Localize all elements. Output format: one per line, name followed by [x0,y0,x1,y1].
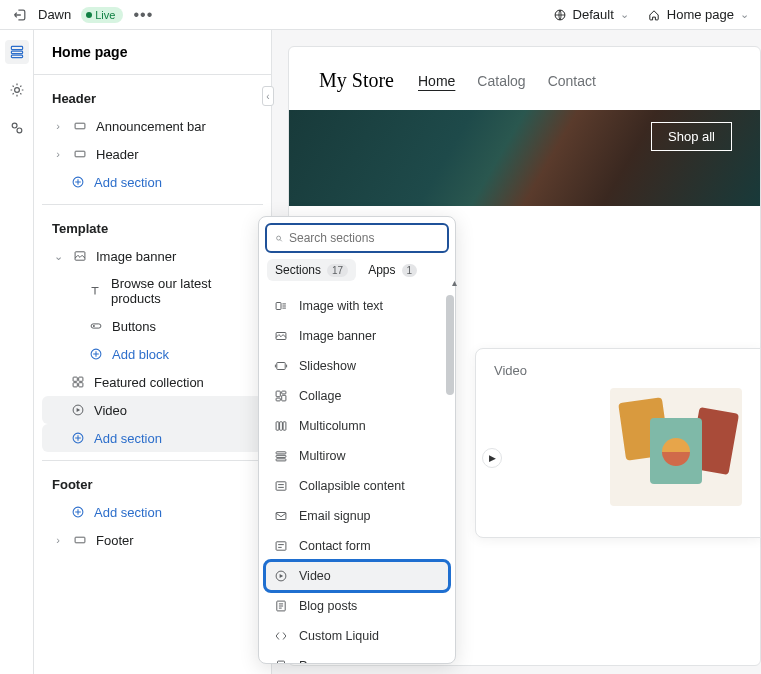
svg-rect-23 [276,303,281,310]
tab-sections[interactable]: Sections 17 [267,259,356,281]
section-option-video[interactable]: Video [265,561,449,591]
image-icon [72,248,88,264]
sections-sidebar: Home page Header › Announcement bar › He… [34,30,272,674]
sidebar-block-buttons[interactable]: Buttons [42,312,263,340]
svg-rect-32 [283,422,286,430]
svg-rect-33 [276,452,286,454]
section-type-icon [273,478,289,494]
section-option-slideshow[interactable]: Slideshow [265,351,449,381]
svg-rect-30 [276,422,279,430]
popup-search[interactable] [265,223,449,253]
tool-rail [0,30,34,674]
chevron-down-icon: ⌄ [740,8,749,21]
svg-rect-2 [11,51,22,53]
device-preview-dropdown[interactable]: Default ⌄ [553,7,629,22]
chevron-down-icon: ⌄ [620,8,629,21]
section-option-email-signup[interactable]: Email signup [265,501,449,531]
tab-label: Sections [275,263,321,277]
svg-rect-37 [276,513,286,520]
item-label: Footer [96,533,134,548]
home-icon [647,8,661,22]
svg-point-22 [277,236,281,240]
section-option-multicolumn[interactable]: Multicolumn [265,411,449,441]
play-icon: ▶ [482,448,502,468]
svg-rect-29 [276,398,280,401]
section-option-collage[interactable]: Collage [265,381,449,411]
section-option-multirow[interactable]: Multirow [265,441,449,471]
rail-apps-icon[interactable] [5,116,29,140]
tab-count: 1 [402,264,418,277]
section-type-icon [273,388,289,404]
add-section-header[interactable]: Add section [42,168,263,196]
tab-label: Apps [368,263,395,277]
section-option-image-banner[interactable]: Image banner [265,321,449,351]
section-option-label: Collage [299,389,341,403]
section-option-label: Blog posts [299,599,357,613]
store-header: My Store Home Catalog Contact [289,47,760,110]
nav-catalog[interactable]: Catalog [477,73,525,89]
tab-apps[interactable]: Apps 1 [360,259,425,281]
sidebar-item-image-banner[interactable]: ⌄ Image banner [42,242,263,270]
shop-all-button[interactable]: Shop all [651,122,732,151]
sidebar-item-announcement-bar[interactable]: › Announcement bar [42,112,263,140]
section-type-icon [273,568,289,584]
more-actions-icon[interactable]: ••• [133,6,153,24]
svg-point-4 [14,88,19,93]
device-label: Default [573,7,614,22]
sidebar-item-footer[interactable]: › Footer [42,526,263,554]
section-option-label: Collapsible content [299,479,405,493]
section-type-icon [273,628,289,644]
svg-rect-36 [276,482,286,490]
svg-rect-17 [79,383,83,387]
scroll-up-icon[interactable]: ▴ [452,277,457,288]
divider [42,204,263,205]
rail-settings-icon[interactable] [5,78,29,102]
svg-rect-26 [276,391,280,397]
hero-banner[interactable]: Shop all [289,110,760,206]
chevron-right-icon: › [52,148,64,160]
section-type-icon [273,298,289,314]
button-icon [88,318,104,334]
section-type-icon [273,358,289,374]
section-option-page[interactable]: Page [265,651,449,663]
sidebar-collapse-handle[interactable]: ‹ [262,86,274,106]
section-option-label: Page [299,659,328,663]
add-block-image-banner[interactable]: Add block [42,340,263,368]
plus-circle-icon [70,174,86,190]
rail-sections-icon[interactable] [5,40,29,64]
sidebar-item-featured-collection[interactable]: Featured collection [42,368,263,396]
group-template-label: Template [42,213,263,242]
scrollbar-thumb[interactable] [446,295,454,395]
theme-name: Dawn [38,7,71,22]
page-label: Home page [667,7,734,22]
sidebar-item-video[interactable]: Video [42,396,263,424]
sidebar-block-text[interactable]: Browse our latest products [42,270,263,312]
svg-point-5 [12,123,17,128]
section-option-label: Image banner [299,329,376,343]
exit-icon[interactable] [12,7,28,23]
page-select-dropdown[interactable]: Home page ⌄ [647,7,749,22]
section-type-icon [273,538,289,554]
section-type-icon [273,658,289,663]
svg-rect-21 [75,537,85,543]
section-option-image-with-text[interactable]: Image with text [265,291,449,321]
section-option-collapsible-content[interactable]: Collapsible content [265,471,449,501]
section-option-label: Email signup [299,509,371,523]
add-section-template[interactable]: Add section [42,424,263,452]
section-option-blog-posts[interactable]: Blog posts [265,591,449,621]
store-nav: Home Catalog Contact [418,73,596,89]
popup-section-list[interactable]: Image with textImage bannerSlideshowColl… [259,287,455,663]
top-bar: Dawn Live ••• Default ⌄ Home page ⌄ [0,0,761,30]
search-input[interactable] [289,231,439,245]
svg-rect-38 [276,542,286,550]
section-option-custom-liquid[interactable]: Custom Liquid [265,621,449,651]
section-type-icon [273,508,289,524]
section-option-contact-form[interactable]: Contact form [265,531,449,561]
nav-home[interactable]: Home [418,73,455,89]
chevron-right-icon: › [52,534,64,546]
nav-contact[interactable]: Contact [548,73,596,89]
sidebar-item-header[interactable]: › Header [42,140,263,168]
add-section-footer[interactable]: Add section [42,498,263,526]
svg-rect-8 [75,151,85,157]
plus-circle-icon [70,430,86,446]
